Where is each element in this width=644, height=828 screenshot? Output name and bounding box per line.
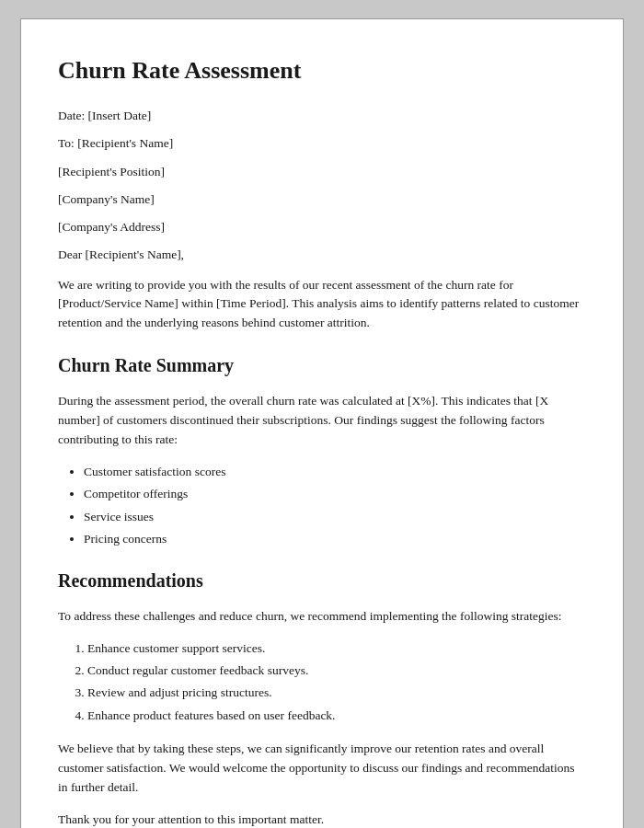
list-item: Conduct regular customer feedback survey… [87,661,586,680]
list-item: Review and adjust pricing structures. [87,684,586,702]
document-container: Churn Rate Assessment Date: [Insert Date… [20,18,624,828]
numbered-list: Enhance customer support services. Condu… [87,639,586,725]
section2-title: Recommendations [58,567,586,594]
section1-title: Churn Rate Summary [58,351,586,379]
list-item: Enhance customer support services. [87,639,586,658]
document-title: Churn Rate Assessment [58,52,586,88]
section1-paragraph: During the assessment period, the overal… [58,392,586,450]
closing-paragraph-2: Thank you for your attention to this imp… [58,811,586,828]
list-item: Enhance product features based on user f… [87,707,586,725]
salutation: Dear [Recipient's Name], [58,246,586,264]
company-name-line: [Company's Name] [58,190,586,209]
position-line: [Recipient's Position] [58,163,586,181]
to-line: To: [Recipient's Name] [58,134,586,153]
closing-paragraph-1: We believe that by taking these steps, w… [58,740,586,798]
list-item: Competitor offerings [84,485,586,503]
section2-paragraph: To address these challenges and reduce c… [58,607,586,627]
company-address-line: [Company's Address] [58,218,586,236]
intro-paragraph: We are writing to provide you with the r… [58,276,586,334]
list-item: Pricing concerns [84,530,586,548]
date-line: Date: [Insert Date] [58,107,586,125]
list-item: Customer satisfaction scores [84,463,586,481]
bullet-list: Customer satisfaction scores Competitor … [84,463,586,548]
list-item: Service issues [84,508,586,526]
